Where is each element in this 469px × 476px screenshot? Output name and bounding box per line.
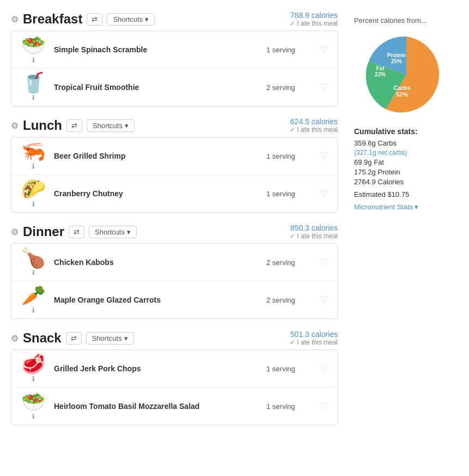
gear-icon-dinner[interactable]: ⚙ [11, 227, 19, 237]
ate-label-breakfast: I ate this meal [297, 20, 338, 27]
gear-icon-breakfast[interactable]: ⚙ [11, 14, 19, 25]
meal-header-lunch: ⚙ Lunch ⇄ Shortcuts ▾ 624.5 calories ✓ I… [11, 117, 338, 134]
food-serving-dinner-0: 2 serving [266, 258, 315, 267]
heart-icon-breakfast-1[interactable]: ♡ [315, 81, 332, 93]
protein-label: Protein [387, 52, 405, 58]
shuffle-btn-snack[interactable]: ⇄ [66, 332, 82, 345]
shuffle-btn-dinner[interactable]: ⇄ [69, 226, 84, 238]
heart-icon-dinner-0[interactable]: ♡ [315, 256, 332, 268]
ate-label-dinner: I ate this meal [297, 232, 338, 240]
meal-header-right-lunch: 624.5 calories ✓ I ate this meal [290, 117, 338, 134]
shortcuts-chevron-snack: ▾ [124, 334, 128, 342]
food-icon-snack-0: 🥩 ℹ [17, 354, 50, 383]
info-icon-snack-0[interactable]: ℹ [32, 375, 35, 383]
ate-meal-breakfast: ✓ I ate this meal [290, 20, 338, 27]
meal-title-breakfast: Breakfast [23, 11, 82, 27]
shortcuts-label-lunch: Shortcuts [93, 122, 123, 130]
shuffle-icon-dinner: ⇄ [74, 228, 80, 236]
info-icon-dinner-0[interactable]: ℹ [32, 269, 35, 276]
check-icon-dinner: ✓ [290, 232, 295, 240]
shuffle-icon-snack: ⇄ [71, 334, 77, 342]
food-emoji-dinner-1: 🥕 [21, 286, 46, 305]
pie-svg: Carbs 52% Fat 23% Protein 25% [363, 31, 450, 118]
info-icon-lunch-1[interactable]: ℹ [32, 200, 35, 208]
info-icon-lunch-0[interactable]: ℹ [32, 162, 35, 170]
calories-link-lunch[interactable]: 624.5 calories [290, 117, 338, 126]
food-emoji-dinner-0: 🍗 [21, 248, 46, 268]
shortcuts-btn-lunch[interactable]: Shortcuts ▾ [87, 119, 135, 132]
food-table-lunch: 🦐 ℹ Beer Grilled Shrimp 1 serving ♡ 🌮 ℹ … [11, 137, 338, 213]
calories-link-breakfast[interactable]: 788.9 calories [290, 11, 338, 20]
heart-icon-lunch-1[interactable]: ♡ [315, 188, 332, 200]
shortcuts-chevron-lunch: ▾ [125, 122, 129, 130]
food-name-snack-0: Grilled Jerk Pork Chops [50, 364, 266, 373]
food-icon-dinner-0: 🍗 ℹ [17, 248, 50, 276]
food-icon-breakfast-1: 🥤 ℹ [17, 73, 50, 101]
sidebar-title: Percent calories from... [354, 16, 458, 25]
shortcuts-btn-breakfast[interactable]: Shortcuts ▾ [107, 13, 155, 26]
food-emoji-breakfast-1: 🥤 [21, 73, 46, 93]
heart-icon-snack-0[interactable]: ♡ [315, 363, 332, 375]
fat-label: Fat [376, 65, 385, 71]
meals-column: ⚙ Breakfast ⇄ Shortcuts ▾ 788.9 calories… [11, 11, 338, 436]
meal-header-left-dinner: ⚙ Dinner ⇄ Shortcuts ▾ [11, 224, 137, 239]
gear-icon-snack[interactable]: ⚙ [11, 333, 19, 344]
calories-link-snack[interactable]: 501.3 calories [290, 330, 338, 339]
food-row-lunch-1: 🌮 ℹ Cranberry Chutney 1 serving ♡ [11, 175, 337, 212]
shuffle-icon-breakfast: ⇄ [92, 15, 98, 23]
heart-icon-snack-1[interactable]: ♡ [315, 400, 332, 412]
shortcuts-chevron-dinner: ▾ [127, 228, 131, 236]
food-emoji-lunch-1: 🌮 [21, 179, 46, 199]
heart-icon-lunch-0[interactable]: ♡ [315, 150, 332, 162]
shortcuts-label-dinner: Shortcuts [95, 228, 125, 236]
food-serving-snack-1: 1 serving [266, 402, 315, 411]
info-icon-snack-1[interactable]: ℹ [32, 413, 35, 420]
food-emoji-snack-1: 🥗 [21, 392, 46, 412]
cumulative-title: Cumulative stats: [354, 127, 458, 136]
carbs-percent: 52% [395, 91, 407, 98]
food-row-breakfast-0: 🥗 ℹ Simple Spinach Scramble 1 serving ♡ [11, 31, 337, 69]
meal-section-lunch: ⚙ Lunch ⇄ Shortcuts ▾ 624.5 calories ✓ I… [11, 117, 338, 213]
shortcuts-btn-snack[interactable]: Shortcuts ▾ [86, 332, 134, 345]
meal-header-left-breakfast: ⚙ Breakfast ⇄ Shortcuts ▾ [11, 11, 155, 27]
gear-icon-lunch[interactable]: ⚙ [11, 120, 19, 131]
meal-section-breakfast: ⚙ Breakfast ⇄ Shortcuts ▾ 788.9 calories… [11, 11, 338, 106]
shortcuts-label-breakfast: Shortcuts [113, 15, 143, 23]
meal-header-breakfast: ⚙ Breakfast ⇄ Shortcuts ▾ 788.9 calories… [11, 11, 338, 27]
food-serving-breakfast-0: 1 serving [266, 46, 315, 54]
info-icon-breakfast-1[interactable]: ℹ [32, 94, 35, 101]
food-icon-lunch-0: 🦐 ℹ [17, 142, 50, 170]
calories-link-dinner[interactable]: 850.3 calories [290, 224, 338, 232]
food-icon-dinner-1: 🥕 ℹ [17, 286, 50, 314]
shortcuts-btn-dinner[interactable]: Shortcuts ▾ [89, 226, 137, 238]
food-emoji-lunch-0: 🦐 [21, 142, 46, 161]
food-serving-snack-0: 1 serving [266, 365, 315, 373]
food-name-breakfast-0: Simple Spinach Scramble [50, 45, 266, 54]
info-icon-breakfast-0[interactable]: ℹ [32, 56, 35, 64]
stat-protein: 175.2g Protein [354, 168, 458, 176]
food-table-snack: 🥩 ℹ Grilled Jerk Pork Chops 1 serving ♡ … [11, 350, 338, 425]
food-emoji-snack-0: 🥩 [21, 354, 46, 374]
check-icon-lunch: ✓ [290, 126, 295, 134]
protein-percent: 25% [391, 58, 401, 64]
shuffle-btn-lunch[interactable]: ⇄ [66, 119, 82, 132]
food-row-dinner-1: 🥕 ℹ Maple Orange Glazed Carrots 2 servin… [11, 281, 337, 318]
meal-section-snack: ⚙ Snack ⇄ Shortcuts ▾ 501.3 calories ✓ I… [11, 330, 338, 425]
heart-icon-breakfast-0[interactable]: ♡ [315, 44, 332, 56]
shuffle-btn-breakfast[interactable]: ⇄ [87, 13, 102, 26]
meal-header-snack: ⚙ Snack ⇄ Shortcuts ▾ 501.3 calories ✓ I… [11, 330, 338, 346]
ate-meal-lunch: ✓ I ate this meal [290, 126, 338, 134]
carbs-label: Carbs [393, 85, 410, 91]
pie-chart: Carbs 52% Fat 23% Protein 25% [363, 31, 450, 118]
food-serving-breakfast-1: 2 serving [266, 83, 315, 92]
food-icon-breakfast-0: 🥗 ℹ [17, 35, 50, 64]
micronutrient-link[interactable]: Micronutrient Stats ▾ [354, 203, 418, 211]
info-icon-dinner-1[interactable]: ℹ [32, 306, 35, 314]
micronutrient-chevron: ▾ [415, 203, 418, 211]
stat-calories: 2764.9 Calories [354, 178, 458, 186]
micronutrient-label: Micronutrient Stats [354, 203, 413, 211]
check-icon-breakfast: ✓ [290, 20, 295, 27]
heart-icon-dinner-1[interactable]: ♡ [315, 294, 332, 306]
meal-title-lunch: Lunch [23, 118, 62, 133]
food-name-dinner-1: Maple Orange Glazed Carrots [50, 296, 266, 304]
